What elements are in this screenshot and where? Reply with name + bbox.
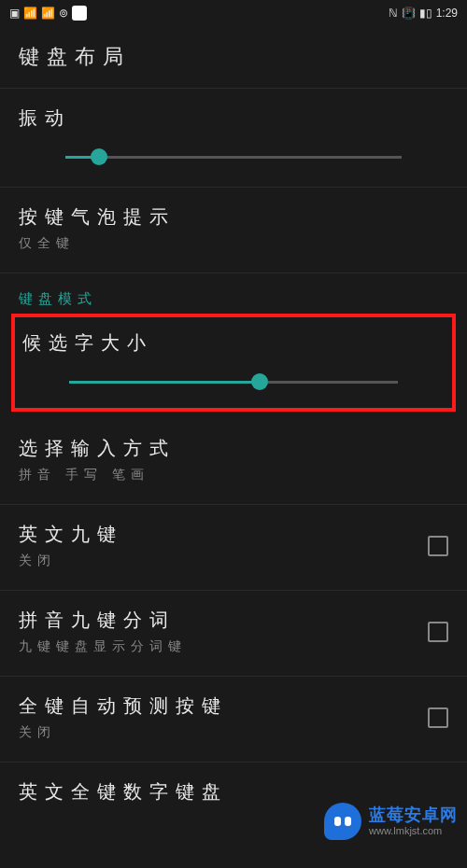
en-nine-title: 英文九键 <box>19 522 413 547</box>
candidate-size-setting[interactable]: 候选字大小 <box>15 317 452 408</box>
watermark-icon <box>324 803 361 840</box>
battery-icon: ▮▯ <box>419 7 432 20</box>
vibration-slider[interactable] <box>65 147 402 166</box>
status-time: 1:29 <box>436 7 458 20</box>
bubble-sub: 仅全键 <box>19 235 448 252</box>
pinyin-split-title: 拼音九键分词 <box>19 608 413 633</box>
candidate-slider[interactable] <box>69 372 398 391</box>
vibration-slider-thumb[interactable] <box>91 148 107 165</box>
watermark-name: 蓝莓安卓网 <box>369 805 458 826</box>
vibration-setting[interactable]: 振动 <box>0 89 467 188</box>
signal-icon-2: 📶 <box>41 7 55 20</box>
pinyin-split-setting[interactable]: 拼音九键分词 九键键盘显示分词键 <box>0 591 467 677</box>
auto-predict-sub: 关闭 <box>19 724 413 741</box>
en-nine-sub: 关闭 <box>19 553 413 569</box>
status-left: ▣ 📶 📶 ⊚ <box>9 6 87 21</box>
en-full-digit-title: 英文全键数字键盘 <box>19 779 448 805</box>
bubble-setting[interactable]: 按键气泡提示 仅全键 <box>0 188 467 273</box>
input-method-title: 选择输入方式 <box>19 436 448 461</box>
candidate-size-highlight: 候选字大小 <box>11 314 456 412</box>
watermark-url: www.lmkjst.com <box>369 825 458 837</box>
app-icon <box>72 6 87 21</box>
hd-icon: ▣ <box>9 7 20 20</box>
english-nine-key-setting[interactable]: 英文九键 关闭 <box>0 505 467 591</box>
input-method-sub: 拼音 手写 笔画 <box>19 467 448 483</box>
status-right: ℕ 📳 ▮▯ 1:29 <box>389 7 458 20</box>
bubble-title: 按键气泡提示 <box>19 204 448 230</box>
vibrate-icon: 📳 <box>402 7 416 20</box>
auto-predict-title: 全键自动预测按键 <box>19 693 413 719</box>
pinyin-split-sub: 九键键盘显示分词键 <box>19 638 413 655</box>
auto-predict-checkbox[interactable] <box>428 707 448 728</box>
keyboard-mode-label: 键盘模式 <box>0 273 467 314</box>
pinyin-split-checkbox[interactable] <box>428 622 448 642</box>
watermark: 蓝莓安卓网 www.lmkjst.com <box>324 803 458 840</box>
page-title: 键盘布局 <box>0 26 467 89</box>
signal-icon-1: 📶 <box>23 7 37 20</box>
status-bar: ▣ 📶 📶 ⊚ ℕ 📳 ▮▯ 1:29 <box>0 0 467 26</box>
candidate-title: 候选字大小 <box>22 330 445 356</box>
wifi-icon: ⊚ <box>59 7 68 20</box>
vibration-title: 振动 <box>19 105 448 131</box>
input-method-setting[interactable]: 选择输入方式 拼音 手写 笔画 <box>0 419 467 505</box>
candidate-slider-thumb[interactable] <box>251 373 268 390</box>
auto-predict-setting[interactable]: 全键自动预测按键 关闭 <box>0 677 467 763</box>
nfc-icon: ℕ <box>389 7 398 20</box>
en-nine-checkbox[interactable] <box>428 536 448 556</box>
